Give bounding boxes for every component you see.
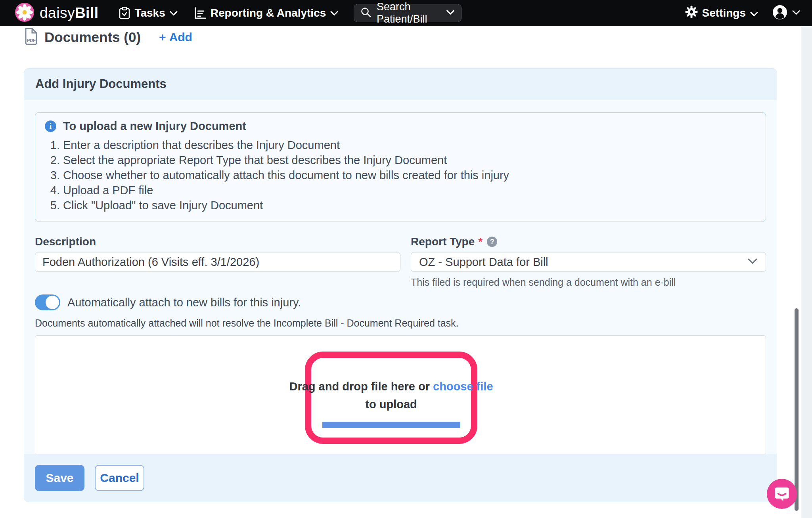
account-menu[interactable]: [772, 5, 800, 21]
chevron-down-icon: [170, 11, 178, 16]
user-avatar-icon: [772, 5, 787, 21]
choose-file-link[interactable]: choose file: [433, 380, 493, 393]
nav-reporting-analytics[interactable]: Reporting & Analytics: [194, 7, 338, 19]
chevron-down-icon: [792, 10, 800, 17]
required-asterisk: *: [478, 235, 483, 248]
instructions-list: Enter a description that describes the I…: [54, 138, 756, 213]
panel-title: Add Injury Documents: [35, 77, 167, 91]
help-circle-icon[interactable]: ?: [487, 237, 497, 247]
panel-header: Add Injury Documents: [24, 69, 777, 99]
save-button[interactable]: Save: [35, 465, 84, 491]
gear-icon: [685, 6, 698, 21]
description-input[interactable]: [35, 252, 400, 272]
instruction-step: Click "Upload" to save Injury Document: [63, 198, 756, 213]
instruction-step: Enter a description that describes the I…: [63, 138, 756, 153]
chevron-down-icon: [750, 7, 758, 19]
auto-attach-row: Automatically attach to new bills for th…: [35, 294, 766, 310]
report-type-value: OZ - Support Data for Bill: [419, 256, 747, 269]
instruction-step: Choose whether to automatically attach t…: [63, 168, 756, 183]
nav-tasks[interactable]: Tasks: [119, 7, 177, 19]
report-type-select[interactable]: OZ - Support Data for Bill: [411, 252, 766, 272]
upload-instructions-box: i To upload a new Injury Document Enter …: [35, 112, 766, 222]
auto-attach-note: Documents automatically attached will no…: [35, 317, 766, 329]
pink-highlight-annotation: Drag and drop file here or choose file t…: [305, 352, 477, 444]
nav-right: Settings: [685, 5, 800, 21]
dropzone-text-line2: to upload: [365, 398, 417, 411]
report-type-label: Report Type: [411, 235, 475, 248]
svg-text:PDF: PDF: [27, 38, 36, 43]
panel-footer: Save Cancel: [24, 454, 777, 502]
daisy-flower-icon: [15, 3, 34, 23]
instructions-title: To upload a new Injury Document: [63, 120, 246, 133]
plus-icon: +: [159, 31, 166, 44]
auto-attach-toggle[interactable]: [35, 294, 60, 310]
brand-name: daisyBill: [40, 5, 98, 21]
bar-chart-icon: [194, 7, 206, 19]
report-type-field-group: Report Type * ? OZ - Support Data for Bi…: [411, 235, 766, 288]
search-patient-bill[interactable]: Search Patient/Bill: [354, 4, 462, 22]
form-fields-row: Description Report Type * ? OZ - Support…: [35, 235, 766, 288]
page-title: Documents (0): [44, 29, 141, 45]
add-document-button[interactable]: + Add: [159, 31, 192, 44]
add-label: Add: [169, 31, 192, 44]
app-root: daisyBill Tasks: [0, 0, 812, 518]
pdf-file-icon: PDF: [24, 28, 38, 47]
daisybill-logo[interactable]: daisyBill: [15, 3, 98, 23]
upload-progress-bar: [322, 422, 460, 428]
instruction-step: Upload a PDF file: [63, 183, 756, 198]
add-injury-documents-panel: Add Injury Documents i To upload a new I…: [24, 68, 777, 502]
instruction-step: Select the appropriate Report Type that …: [63, 153, 756, 168]
nav-settings[interactable]: Settings: [685, 6, 758, 21]
search-icon: [360, 7, 372, 19]
chat-launcher-button[interactable]: [767, 479, 797, 509]
dropzone-text-line1: Drag and drop file here or choose file: [289, 380, 493, 393]
documents-header: PDF Documents (0) + Add: [24, 27, 192, 48]
clipboard-icon: [119, 7, 130, 19]
file-dropzone[interactable]: Drag and drop file here or choose file t…: [35, 335, 766, 458]
report-type-help-text: This filed is required when sending a do…: [411, 277, 766, 288]
cancel-button[interactable]: Cancel: [95, 465, 144, 491]
chevron-down-icon: [747, 258, 758, 266]
dropzone-text: Drag and drop file here or: [289, 380, 430, 393]
chevron-down-icon: [446, 10, 455, 17]
search-label: Search Patient/Bill: [377, 1, 441, 25]
toggle-knob: [46, 296, 59, 309]
nav-settings-label: Settings: [702, 7, 746, 19]
description-label: Description: [35, 235, 96, 248]
top-navbar: daisyBill Tasks: [0, 0, 812, 26]
info-circle-icon: i: [45, 120, 56, 132]
nav-tasks-label: Tasks: [134, 7, 165, 19]
description-field-group: Description: [35, 235, 400, 288]
chevron-down-icon: [330, 11, 338, 16]
panel-body: i To upload a new Injury Document Enter …: [24, 99, 777, 458]
nav-reporting-label: Reporting & Analytics: [211, 7, 326, 19]
scrollbar-track: [801, 26, 812, 518]
auto-attach-label: Automatically attach to new bills for th…: [67, 296, 301, 309]
